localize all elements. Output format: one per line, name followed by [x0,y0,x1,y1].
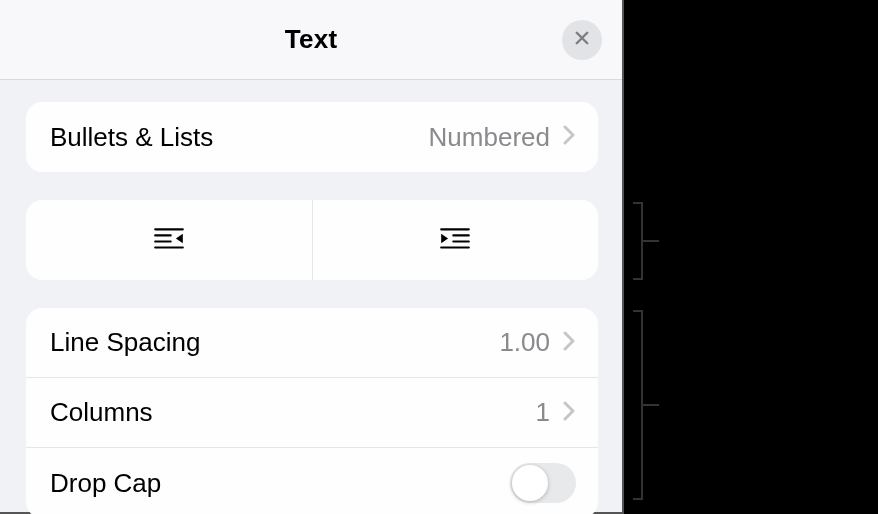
panel-header: Text [0,0,622,80]
close-button[interactable] [562,20,602,60]
bullets-label: Bullets & Lists [50,122,429,153]
svg-marker-9 [441,234,448,244]
drop-cap-toggle[interactable] [510,463,576,503]
line-spacing-row[interactable]: Line Spacing 1.00 [26,308,598,378]
annotations-area [624,0,878,514]
spacing-group: Line Spacing 1.00 Columns 1 Drop Cap [26,308,598,514]
columns-value: 1 [536,397,550,428]
toggle-knob [512,465,548,501]
outdent-icon [150,224,188,256]
bracket-spacing-annotation [629,310,643,500]
svg-marker-4 [176,234,183,244]
line-spacing-value: 1.00 [499,327,550,358]
drop-cap-row: Drop Cap [26,448,598,514]
bullets-row[interactable]: Bullets & Lists Numbered [26,102,598,172]
indent-icon [436,224,474,256]
line-spacing-label: Line Spacing [50,327,499,358]
panel-content: Bullets & Lists Numbered [0,80,622,514]
bullets-group: Bullets & Lists Numbered [26,102,598,172]
text-panel: Text Bullets & Lists Numbered [0,0,624,514]
chevron-right-icon [562,401,576,425]
drop-cap-label: Drop Cap [50,468,510,499]
columns-row[interactable]: Columns 1 [26,378,598,448]
outdent-button[interactable] [26,200,313,280]
chevron-right-icon [562,331,576,355]
columns-label: Columns [50,397,536,428]
indent-group [26,200,598,280]
bracket-indent-annotation [629,202,643,280]
chevron-right-icon [562,125,576,149]
bullets-value: Numbered [429,122,550,153]
panel-title: Text [285,24,338,55]
indent-button[interactable] [313,200,599,280]
close-icon [573,29,591,51]
